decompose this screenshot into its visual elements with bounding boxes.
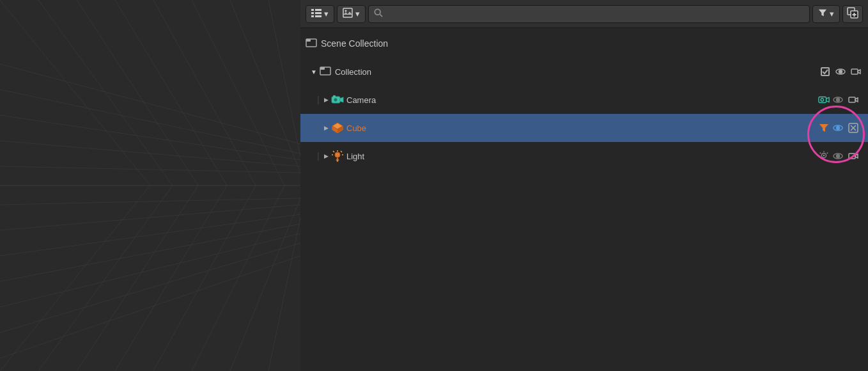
camera-icon	[331, 93, 344, 106]
collection-actions	[818, 65, 863, 79]
cube-item[interactable]: │ ▶ Cube	[300, 114, 868, 142]
collection-check-icon[interactable]	[818, 65, 832, 79]
svg-point-55	[334, 99, 337, 102]
camera-label: Camera	[346, 95, 814, 105]
filter-chevron: ▾	[830, 9, 834, 19]
camera-eye-icon[interactable]	[831, 93, 845, 107]
add-icon	[847, 7, 858, 20]
collection-eye-icon[interactable]	[833, 65, 848, 79]
svg-marker-64	[855, 98, 858, 102]
svg-point-59	[821, 99, 824, 102]
collection-icon	[320, 65, 331, 79]
scene-collection-item[interactable]: Scene Collection	[300, 29, 868, 58]
light-actions	[831, 149, 863, 163]
svg-rect-46	[306, 39, 311, 42]
cube-icon	[331, 122, 344, 134]
svg-line-84	[820, 153, 821, 154]
image-icon	[343, 8, 353, 20]
search-input[interactable]	[387, 9, 804, 19]
light-label: Light	[346, 152, 814, 161]
svg-point-38	[345, 10, 347, 12]
collection-camera-icon[interactable]	[849, 65, 863, 79]
render-mode-chevron: ▾	[355, 9, 360, 19]
svg-line-80	[341, 151, 342, 152]
camera-actions	[831, 93, 863, 107]
light-render-extra-icon	[817, 149, 831, 163]
light-eye-icon[interactable]	[831, 149, 845, 163]
cube-eye-icon[interactable]	[831, 121, 845, 135]
svg-point-87	[837, 155, 840, 158]
svg-marker-53	[858, 70, 860, 74]
camera-render-icon[interactable]	[846, 93, 860, 107]
filter-icon	[818, 8, 827, 19]
collection-label: Collection	[335, 67, 818, 77]
svg-rect-57	[333, 95, 336, 97]
cube-x-icon[interactable]	[846, 121, 860, 135]
svg-point-82	[823, 155, 825, 157]
viewport-panel	[0, 0, 300, 371]
outliner-toolbar: ▾ ▾	[300, 0, 868, 28]
render-mode-button[interactable]: ▾	[337, 5, 366, 23]
light-icon	[331, 150, 344, 162]
svg-rect-33	[311, 12, 314, 14]
svg-rect-48	[320, 67, 325, 70]
display-mode-button[interactable]: ▾	[306, 5, 334, 23]
svg-line-40	[380, 14, 382, 17]
cube-expand-arrow[interactable]: ▶	[321, 123, 331, 133]
camera-item[interactable]: │ ▶ Camera	[300, 86, 868, 114]
svg-point-70	[837, 127, 840, 130]
filter-button[interactable]: ▾	[812, 5, 840, 23]
cube-actions	[831, 121, 863, 135]
search-box	[368, 5, 810, 23]
camera-expand-arrow[interactable]: ▶	[321, 95, 331, 105]
add-collection-button[interactable]	[842, 5, 863, 23]
collection-item[interactable]: ▼ Collection	[300, 58, 868, 86]
cube-label: Cube	[346, 123, 814, 133]
svg-rect-58	[819, 97, 826, 103]
svg-marker-56	[340, 97, 343, 102]
svg-line-85	[827, 153, 828, 154]
svg-rect-35	[311, 15, 314, 17]
svg-rect-37	[343, 8, 352, 17]
svg-point-39	[375, 9, 380, 15]
svg-line-79	[333, 151, 334, 152]
scene-collection-icon	[306, 37, 317, 51]
svg-rect-31	[311, 9, 314, 11]
cube-filter-extra-icon	[817, 121, 831, 135]
display-mode-chevron: ▾	[324, 9, 329, 19]
svg-marker-60	[826, 97, 830, 102]
svg-rect-52	[851, 69, 858, 74]
svg-rect-34	[315, 12, 322, 14]
scene-collection-label: Scene Collection	[321, 38, 388, 49]
svg-rect-36	[315, 15, 322, 17]
list-icon	[311, 8, 322, 20]
outliner-panel: ▾ ▾	[300, 0, 868, 371]
svg-rect-49	[821, 68, 829, 75]
viewport-grid	[0, 0, 300, 371]
light-camera-icon[interactable]	[846, 149, 860, 163]
svg-rect-32	[315, 9, 322, 11]
collection-expand-arrow[interactable]: ▼	[311, 68, 317, 75]
search-icon	[374, 8, 383, 19]
camera-render-extra-icon	[817, 93, 831, 107]
outliner-tree: Scene Collection ▼ Collection	[300, 28, 868, 371]
svg-marker-89	[855, 154, 858, 158]
svg-rect-88	[849, 154, 855, 159]
light-item[interactable]: │ ▶ Light	[300, 142, 868, 170]
svg-point-51	[839, 70, 842, 74]
light-expand-arrow[interactable]: ▶	[321, 151, 331, 161]
header-right-actions: ▾	[812, 5, 863, 23]
svg-rect-63	[849, 97, 855, 102]
svg-point-62	[837, 99, 840, 102]
